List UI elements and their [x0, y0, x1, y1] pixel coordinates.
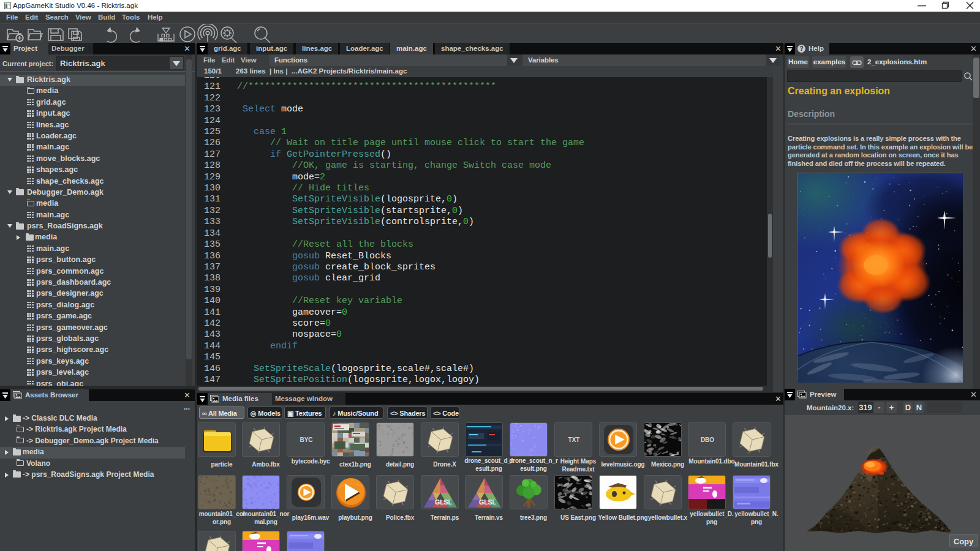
svg-text:BYC: BYC — [300, 437, 312, 443]
svg-text:DBO: DBO — [701, 437, 714, 443]
svg-text:GLSL: GLSL — [479, 498, 497, 506]
svg-text:TXT: TXT — [568, 437, 580, 443]
svg-text:GLSL: GLSL — [435, 498, 453, 506]
